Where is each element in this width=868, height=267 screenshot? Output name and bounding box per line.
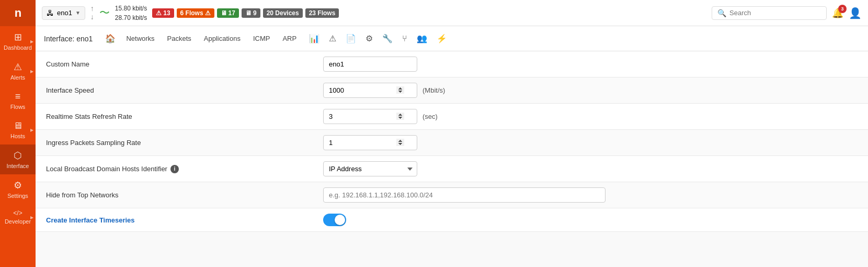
nav-branch-icon[interactable]: ⑂	[398, 30, 412, 48]
chevron-right-icon: ▶	[30, 69, 33, 73]
navtabs-bar: Interface: eno1 🏠 Networks Packets Appli…	[36, 26, 868, 51]
download-speed: 28.70 kbit/s	[115, 13, 147, 23]
interface-speed-input[interactable]	[323, 83, 417, 98]
dropdown-arrow-icon: ▼	[75, 10, 81, 16]
custom-name-input[interactable]	[323, 57, 417, 72]
create-timeseries-toggle[interactable]	[323, 214, 346, 226]
sidebar-item-label: Flows	[10, 104, 26, 110]
nav-arp-link[interactable]: ARP	[276, 30, 303, 47]
search-input[interactable]	[729, 9, 821, 17]
interface-speed-value-cell: (Mbit/s)	[313, 77, 868, 103]
interface-selector[interactable]: 🖧 eno1 ▼	[42, 6, 85, 20]
refresh-rate-label: Realtime Stats Refresh Rate	[36, 104, 313, 129]
devices-badge[interactable]: 20 Devices	[263, 8, 303, 18]
search-box[interactable]: 🔍	[712, 6, 827, 20]
custom-name-label: Custom Name	[36, 51, 313, 77]
interface-speed-label: Interface Speed	[36, 77, 313, 103]
create-timeseries-link[interactable]: Create Interface Timeseries	[46, 216, 135, 224]
main-content: 🖧 eno1 ▼ ↑ ↓ 〜 15.80 kbit/s 28.70 kbit/s…	[36, 0, 868, 267]
interface-icon: ⬡	[14, 150, 22, 161]
broadcast-identifier-select[interactable]: IP Address MAC Address	[323, 161, 417, 176]
form-row-create-timeseries: Create Interface Timeseries	[36, 208, 868, 232]
form-row-custom-name: Custom Name	[36, 51, 868, 77]
upload-arrow-icon: ↑	[90, 5, 94, 13]
nav-packets-link[interactable]: Packets	[161, 30, 198, 47]
chevron-right-icon: ▶	[30, 128, 33, 132]
traffic-direction-icons: ↑ ↓	[90, 5, 94, 21]
flows23-badge[interactable]: 23 Flows	[305, 8, 339, 18]
refresh-rate-value-cell: (sec)	[313, 104, 868, 129]
topbar-right: 🔍 🔔 3 👤	[712, 6, 862, 20]
sidebar-item-label: Settings	[7, 193, 28, 199]
hide-networks-input[interactable]	[323, 187, 606, 203]
sidebar-item-label: Dashboard	[4, 44, 32, 51]
dashboard-icon: ⊞	[14, 31, 22, 43]
ingress-sampling-label: Ingress Packets Sampling Rate	[36, 130, 313, 155]
sidebar-item-interface[interactable]: ⬡ Interface	[0, 144, 36, 174]
sidebar: n ⊞ Dashboard ▶ ⚠ Alerts ▶ ≡ Flows 🖥 Hos…	[0, 0, 36, 267]
nav-doc-icon[interactable]: 📄	[341, 29, 360, 48]
flows-icon: ≡	[15, 91, 21, 102]
broadcast-identifier-value-cell: IP Address MAC Address	[313, 156, 868, 182]
developer-icon: </>	[13, 209, 22, 217]
settings-icon: ⚙	[14, 180, 22, 191]
flows-alert-badge[interactable]: 6 Flows ⚠	[177, 8, 214, 18]
ingress-sampling-input[interactable]	[323, 135, 417, 150]
notification-count-badge: 3	[838, 5, 847, 13]
custom-name-value-cell	[313, 51, 868, 77]
nav-home-icon[interactable]: 🏠	[101, 29, 120, 48]
create-timeseries-value-cell	[313, 208, 868, 231]
sidebar-item-label: Hosts	[10, 133, 25, 139]
nav-applications-link[interactable]: Applications	[198, 30, 247, 47]
nav-alerts-icon[interactable]: ⚠	[325, 29, 340, 48]
nav-settings-icon[interactable]: ⚙	[361, 29, 377, 48]
settings-form: Custom Name Interface Speed (Mbit/s) Rea…	[36, 51, 868, 267]
traffic-wave-icon: 〜	[99, 6, 110, 20]
interface-speed-unit: (Mbit/s)	[422, 86, 445, 94]
nav-icmp-link[interactable]: ICMP	[247, 30, 277, 47]
form-row-refresh-rate: Realtime Stats Refresh Rate (sec)	[36, 104, 868, 130]
nav-tools-icon[interactable]: 🔧	[378, 29, 397, 48]
form-row-interface-speed: Interface Speed (Mbit/s)	[36, 77, 868, 104]
refresh-rate-input[interactable]	[323, 109, 417, 124]
nav-lightning-icon[interactable]: ⚡	[432, 29, 451, 48]
form-row-ingress-sampling: Ingress Packets Sampling Rate	[36, 130, 868, 156]
sidebar-item-label: Developer	[5, 218, 31, 225]
refresh-rate-unit: (sec)	[422, 113, 438, 120]
hide-networks-value-cell	[313, 182, 868, 208]
interface-selector-icon: 🖧	[47, 9, 54, 17]
sidebar-item-label: Alerts	[10, 74, 25, 81]
nav-users-icon[interactable]: 👥	[413, 29, 431, 48]
count17-badge[interactable]: 🖥 17	[217, 8, 239, 18]
chevron-right-icon: ▶	[30, 39, 33, 43]
nav-icon-group: 📊 ⚠ 📄 ⚙ 🔧 ⑂ 👥 ⚡	[305, 29, 451, 48]
topbar: 🖧 eno1 ▼ ↑ ↓ 〜 15.80 kbit/s 28.70 kbit/s…	[36, 0, 868, 26]
nav-networks-link[interactable]: Networks	[120, 30, 161, 47]
alerts-badge[interactable]: ⚠ 13	[152, 8, 174, 18]
nav-chart-icon[interactable]: 📊	[305, 29, 324, 48]
upload-speed: 15.80 kbit/s	[115, 4, 147, 13]
sidebar-item-alerts[interactable]: ⚠ Alerts ▶	[0, 56, 36, 86]
toggle-track	[323, 214, 346, 226]
download-arrow-icon: ↓	[90, 13, 94, 21]
refresh-rate-input-wrapper	[323, 109, 417, 124]
ingress-sampling-input-wrapper	[323, 135, 417, 150]
interface-name: eno1	[57, 9, 72, 17]
interface-breadcrumb-label: Interface: eno1	[44, 35, 93, 43]
user-menu-button[interactable]: 👤	[849, 7, 862, 19]
sidebar-item-developer[interactable]: </> Developer ▶	[0, 204, 36, 230]
info-icon[interactable]: i	[170, 165, 179, 173]
sidebar-item-flows[interactable]: ≡ Flows	[0, 86, 36, 115]
sidebar-item-dashboard[interactable]: ⊞ Dashboard ▶	[0, 26, 36, 56]
search-icon: 🔍	[717, 9, 726, 17]
sidebar-logo: n	[0, 0, 36, 26]
hosts-icon: 🖥	[13, 120, 22, 131]
hide-networks-label: Hide from Top Networks	[36, 182, 313, 208]
count9-badge[interactable]: 🖥 9	[242, 8, 260, 18]
chevron-right-icon: ▶	[30, 215, 33, 219]
alerts-icon: ⚠	[14, 61, 22, 73]
notifications-button[interactable]: 🔔 3	[832, 7, 843, 19]
ingress-sampling-value-cell	[313, 130, 868, 155]
sidebar-item-hosts[interactable]: 🖥 Hosts ▶	[0, 115, 36, 144]
sidebar-item-settings[interactable]: ⚙ Settings	[0, 174, 36, 204]
